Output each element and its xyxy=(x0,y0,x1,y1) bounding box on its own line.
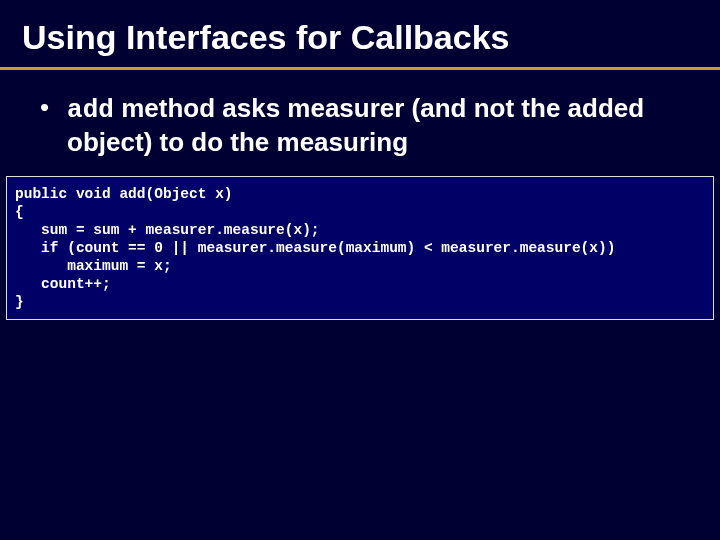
bullet-item: • add method asks measurer (and not the … xyxy=(40,92,680,158)
slide: Using Interfaces for Callbacks • add met… xyxy=(0,0,720,540)
title-rule xyxy=(0,67,720,70)
bullet-list: • add method asks measurer (and not the … xyxy=(0,92,720,158)
bullet-code-word: add xyxy=(67,95,114,125)
slide-title: Using Interfaces for Callbacks xyxy=(0,18,720,65)
bullet-dot-icon: • xyxy=(40,92,49,122)
code-block: public void add(Object x) { sum = sum + … xyxy=(6,176,714,320)
bullet-text: add method asks measurer (and not the ad… xyxy=(67,92,680,158)
bullet-rest: method asks measurer (and not the added … xyxy=(67,93,644,157)
code-content: public void add(Object x) { sum = sum + … xyxy=(15,185,707,311)
